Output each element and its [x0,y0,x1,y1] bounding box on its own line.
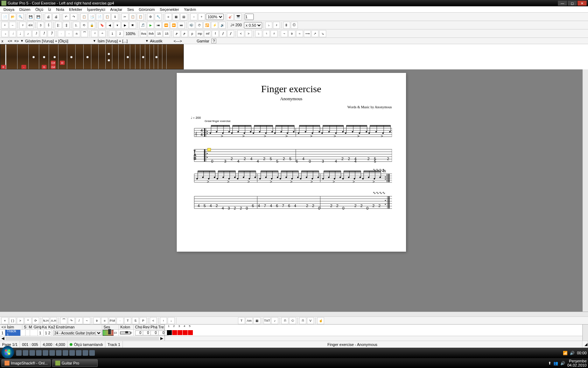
zoomout-button[interactable]: − [190,13,197,20]
tool-a[interactable]: 📋 [80,13,88,20]
dyn-fff[interactable]: 𝆑 [227,30,234,37]
tuner-button[interactable]: 🎚 [283,22,290,29]
mixer-blocks[interactable] [167,330,193,335]
timer-button[interactable]: ⏲ [289,317,296,324]
eighthnote-button[interactable]: ♪ [24,30,31,37]
trill-button[interactable]: tr [93,317,100,324]
menu-sound[interactable]: Ses [125,7,136,12]
voice2-button[interactable]: 2 [117,30,124,37]
cresc-button[interactable]: < [237,30,244,37]
minimize-button[interactable]: — [558,1,567,6]
score-info-button[interactable]: ℹ [111,13,118,20]
marker-list-button[interactable]: ▾ [114,22,121,29]
eff4-button[interactable]: ⟿ [304,30,311,37]
horizontal-scrollbar[interactable] [0,312,588,316]
dotted-button[interactable]: · [58,30,65,37]
8vb-button[interactable]: 8vb [148,30,155,37]
tool-b[interactable]: 📑 [88,13,95,20]
repeat-open-button[interactable]: ‖: [55,22,62,29]
dyn-ppp[interactable]: 𝆏 [173,30,180,37]
copy-button[interactable]: 📋 [129,13,136,20]
prev-button[interactable]: ⏪ [162,22,169,29]
dyn-ff[interactable]: 𝆑 [219,30,226,37]
menu-marker[interactable]: İşaretleyici [85,7,107,12]
tool-e[interactable]: 🔧 [155,13,162,20]
menu-effects[interactable]: Efektler [67,7,84,12]
track-row[interactable]: 1 Track 1 1 1 2 24 - Acoustic Guitar (ny… [0,329,164,336]
tuplet-button[interactable]: n [73,30,80,37]
fermata-button[interactable]: 𝄐 [99,30,106,37]
open-button[interactable]: 📂 [9,13,16,20]
tapping-button[interactable]: T [124,317,131,324]
menu-options[interactable]: Seçenekler [158,7,181,12]
staff-system-1[interactable]: 𝄞 44 >>>>>>>> TAB [191,125,392,167]
mixer-scrollbar[interactable] [165,336,582,341]
rest-button[interactable]: 𝄽 [91,30,98,37]
quarternote-button[interactable]: ♩ [17,30,24,37]
menu-tools[interactable]: Araçlar [108,7,125,12]
maximize-button[interactable]: ◻ [568,1,577,6]
fret-scales-button[interactable]: Gamlar [197,39,209,43]
dyn-pp[interactable]: 𝆏 [181,30,188,37]
track-scroll-left[interactable]: ◀ [0,336,6,341]
last-button[interactable]: ⏭ [178,22,185,29]
fret-nav-button[interactable]: <---> [174,39,182,43]
saveas-button[interactable]: 💾 [35,13,42,20]
tremolo-button[interactable]: ≡ [101,317,108,324]
view1-button[interactable]: ▦ [173,13,180,20]
8va-button[interactable]: 8va [140,30,147,37]
speedtrainer-button[interactable]: ⚡ [211,22,218,29]
bend-button[interactable]: ↷ [68,317,75,324]
undo-button[interactable]: ↶ [63,13,70,20]
menu-edit[interactable]: Düzen [17,7,33,12]
deadnote-button[interactable]: × [1,317,8,324]
tie-button[interactable]: ⁀ [81,30,88,37]
menu-file[interactable]: Dosya [1,7,16,12]
menu-view[interactable]: Görünüm [137,7,157,12]
tempo-label[interactable]: ♩= 200 [229,23,243,27]
task-guitarpro[interactable]: Guitar Pro [52,359,98,367]
tray-vol-icon[interactable]: 🔊 [570,351,575,355]
paste-button[interactable]: 📋 [137,13,144,20]
acc1-button[interactable]: ♭ [255,30,262,37]
tool-d[interactable]: 📋 [104,13,111,20]
track-name[interactable]: Track 1 [5,330,21,336]
slide-button[interactable]: / [76,317,83,324]
fret-close-button[interactable]: x [1,39,6,43]
tray-net-icon[interactable]: 📶 [563,351,568,355]
play-button[interactable]: ▶ [147,22,154,29]
eff6-button[interactable]: ↘ [319,30,326,37]
pop-button[interactable]: P [140,317,147,324]
repeat-close-button[interactable]: :‖ [63,22,70,29]
ah-button[interactable]: A.H [50,317,57,324]
fret-name-label[interactable]: İsim [Vuruş] + [...] [98,39,127,43]
dyn-mf[interactable]: mf [204,30,211,37]
doubledotted-button[interactable]: ·· [65,30,72,37]
alt2-button[interactable]: ⟲ [80,22,88,29]
metronome-button[interactable]: 🎼 [188,22,195,29]
midi-button[interactable]: 🎵 [139,22,146,29]
browse-button[interactable]: 🔍 [17,13,24,20]
dyn-f[interactable]: f [212,30,219,37]
zoom-select[interactable]: 100% [206,14,224,20]
voice1-button[interactable]: 1 [109,30,116,37]
lock-button[interactable]: 🔒 [88,22,95,29]
pickstroke-down[interactable]: V [307,317,314,324]
stroke-down-button[interactable]: ↓ [168,317,175,324]
finger-button[interactable]: ☝ [317,317,324,324]
track-scrollbar[interactable] [6,337,159,340]
nh-button[interactable]: N.H [42,317,49,324]
vibrato-button[interactable]: ~ [83,317,90,324]
timesig-button[interactable]: 4/4 [27,22,34,29]
hammer-button[interactable]: ⁀ [60,317,67,324]
acc3-button[interactable]: ♯ [271,30,278,37]
task-imageshack[interactable]: ImageShack® - Onl... [1,359,51,367]
heavyaccent-button[interactable]: ^ [24,317,31,324]
staff-system-2[interactable]: 4x ∿∿∿∿ >>>>>>>>> ∿∿∿∿ 45424322064746764… [191,169,392,214]
keyboard-button[interactable]: 🎹 [234,13,241,20]
acc2-button[interactable]: ♮ [263,30,270,37]
marker-next-button[interactable]: ▶ [121,22,128,29]
eff5-button[interactable]: ↗ [312,30,318,37]
sixtyfourth-button[interactable]: 𝅘𝅥𝅱 [48,30,55,37]
eff3-button[interactable]: ≈ [296,30,303,37]
